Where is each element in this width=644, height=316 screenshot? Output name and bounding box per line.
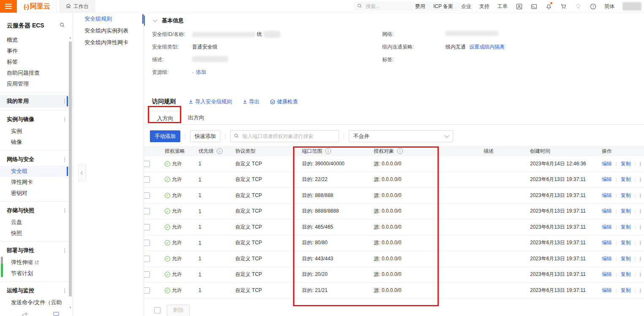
cart-icon[interactable] xyxy=(560,3,567,10)
row-checkbox[interactable] xyxy=(144,287,150,294)
sidebar-item-发送命令/文件（云助手）[interactable]: 发送命令/文件（云助手） xyxy=(0,297,73,310)
import-rules-link[interactable]: 导入安全组规则 xyxy=(188,98,232,105)
sidebar-search-icon[interactable] xyxy=(60,22,65,30)
alibaba-cloud-logo[interactable]: (-) 阿里云 xyxy=(24,2,50,11)
lightbulb-icon[interactable] xyxy=(575,3,582,10)
batch-delete-button[interactable]: 删除 xyxy=(167,305,190,316)
set-isolation-link[interactable]: 设置成组内隔离 xyxy=(469,43,505,51)
sidebar-item-节省计划[interactable]: 节省计划 xyxy=(0,268,73,279)
row-action-编辑[interactable]: 编辑 xyxy=(602,160,612,167)
row-checkbox[interactable] xyxy=(144,176,150,183)
row-action-删除[interactable]: 删除 xyxy=(640,192,641,199)
more-options-icon[interactable] xyxy=(64,101,65,102)
more-options-icon[interactable] xyxy=(64,290,65,291)
sidebar-item-快照[interactable]: 快照 xyxy=(0,228,73,239)
sidebar-item-云盘[interactable]: 云盘 xyxy=(0,217,73,228)
row-checkbox[interactable] xyxy=(144,256,150,262)
merge-mode-select[interactable]: 不合并 xyxy=(349,130,453,142)
apps-icon[interactable] xyxy=(516,3,522,10)
row-checkbox[interactable] xyxy=(144,271,150,278)
topbar-nav-item[interactable]: ICP 备案 xyxy=(433,3,453,10)
topbar-nav-item[interactable]: 支持 xyxy=(479,3,489,10)
sidebar-collapse-handle[interactable] xyxy=(78,165,86,181)
sidebar-item-安全组[interactable]: 安全组 xyxy=(0,166,73,177)
row-action-复制[interactable]: 复制 xyxy=(621,239,631,246)
sidebar-section-网络与安全[interactable]: 网络与安全 xyxy=(0,153,73,166)
row-action-删除[interactable]: 删除 xyxy=(640,208,641,215)
row-checkbox[interactable] xyxy=(144,240,150,246)
sidebar-item-弹性伸缩[interactable]: 弹性伸缩 xyxy=(0,257,73,268)
workbench-button[interactable]: 工作台 xyxy=(59,0,95,13)
sidebar-item-事件[interactable]: 事件 xyxy=(0,46,73,57)
notification-bell-icon[interactable] xyxy=(545,3,552,10)
more-options-icon[interactable] xyxy=(64,159,65,160)
row-action-编辑[interactable]: 编辑 xyxy=(602,224,612,231)
row-action-删除[interactable]: 删除 xyxy=(640,160,641,167)
collapse-section-icon[interactable] xyxy=(153,18,158,22)
monitor-icon[interactable] xyxy=(53,311,59,316)
rule-search-input[interactable] xyxy=(242,133,335,140)
sidebar-item-弹性网卡[interactable]: 弹性网卡 xyxy=(0,177,73,188)
topbar-nav-item[interactable]: 费用 xyxy=(415,3,425,10)
select-all-checkbox[interactable] xyxy=(154,307,160,313)
sidebar-section-存储与快照[interactable]: 存储与快照 xyxy=(0,204,73,217)
manual-add-button[interactable]: 手动添加 xyxy=(150,130,180,142)
sidebar-item-标签[interactable]: 标签 xyxy=(0,57,73,68)
row-action-复制[interactable]: 复制 xyxy=(621,271,631,278)
row-action-复制[interactable]: 复制 xyxy=(621,208,631,215)
row-action-复制[interactable]: 复制 xyxy=(621,224,631,231)
row-checkbox[interactable] xyxy=(144,208,150,214)
info-icon[interactable]: i xyxy=(325,148,331,154)
scroll-down-icon[interactable]: ▼ xyxy=(68,306,72,309)
sidebar-item-自助问题排查[interactable]: 自助问题排查 xyxy=(0,68,73,78)
sidebar-item-概览[interactable]: 概览 xyxy=(0,35,73,46)
language-switch[interactable]: 简体 xyxy=(604,3,614,10)
info-icon[interactable]: i xyxy=(217,148,223,154)
row-action-编辑[interactable]: 编辑 xyxy=(602,287,612,294)
rule-search-box[interactable] xyxy=(230,130,339,142)
row-checkbox[interactable] xyxy=(144,192,150,199)
row-action-删除[interactable]: 删除 xyxy=(640,239,641,246)
row-action-编辑[interactable]: 编辑 xyxy=(602,271,612,278)
more-options-icon[interactable] xyxy=(64,210,65,211)
topbar-nav-item[interactable]: 工单 xyxy=(497,3,508,10)
share-arrow-icon[interactable] xyxy=(22,311,28,316)
subnav-item-安全组内实例列表[interactable]: 安全组内实例列表 xyxy=(73,25,144,36)
row-action-编辑[interactable]: 编辑 xyxy=(602,239,612,246)
help-icon[interactable]: ? xyxy=(590,3,596,10)
tab-inbound[interactable]: 入方向 xyxy=(150,111,180,125)
row-action-复制[interactable]: 复制 xyxy=(621,176,631,183)
scrollbar-thumb[interactable] xyxy=(69,41,72,297)
subnav-item-安全组规则[interactable]: 安全组规则 xyxy=(73,14,144,24)
add-resource-group-link[interactable]: 添加 xyxy=(196,69,206,76)
sidebar-item-应用管理[interactable]: 应用管理 xyxy=(0,78,73,89)
row-action-删除[interactable]: 删除 xyxy=(640,224,641,231)
row-action-复制[interactable]: 复制 xyxy=(621,255,631,262)
sidebar-item-镜像[interactable]: 镜像 xyxy=(0,137,73,148)
hamburger-menu-button[interactable] xyxy=(0,0,17,13)
row-action-复制[interactable]: 复制 xyxy=(621,192,631,199)
row-action-复制[interactable]: 复制 xyxy=(621,160,631,167)
sidebar-section-实例与镜像[interactable]: 实例与镜像 xyxy=(0,113,73,126)
topbar-nav-item[interactable]: 企业 xyxy=(461,3,471,10)
quick-add-button[interactable]: 快速添加 xyxy=(190,130,220,142)
info-icon[interactable]: i xyxy=(397,148,403,154)
sidebar-section-运维与监控[interactable]: 运维与监控 xyxy=(0,284,73,297)
sidebar-item-实例[interactable]: 实例 xyxy=(0,126,73,137)
more-options-icon[interactable] xyxy=(64,250,65,251)
row-action-编辑[interactable]: 编辑 xyxy=(602,255,612,262)
row-action-编辑[interactable]: 编辑 xyxy=(602,176,612,183)
scroll-up-icon[interactable]: ▲ xyxy=(68,36,72,39)
row-checkbox[interactable] xyxy=(144,224,150,230)
row-action-编辑[interactable]: 编辑 xyxy=(602,192,612,199)
avatar[interactable] xyxy=(622,2,641,11)
row-action-删除[interactable]: 删除 xyxy=(640,271,641,278)
row-action-复制[interactable]: 复制 xyxy=(621,287,631,294)
row-checkbox[interactable] xyxy=(144,161,150,167)
sidebar-scrollbar[interactable]: ▲ ▼ xyxy=(68,36,72,309)
tab-outbound[interactable]: 出方向 xyxy=(188,111,204,124)
row-action-编辑[interactable]: 编辑 xyxy=(602,208,612,215)
row-action-删除[interactable]: 删除 xyxy=(640,255,641,262)
sidebar-section-部署与弹性[interactable]: 部署与弹性 xyxy=(0,244,73,257)
more-options-icon[interactable] xyxy=(64,119,65,120)
